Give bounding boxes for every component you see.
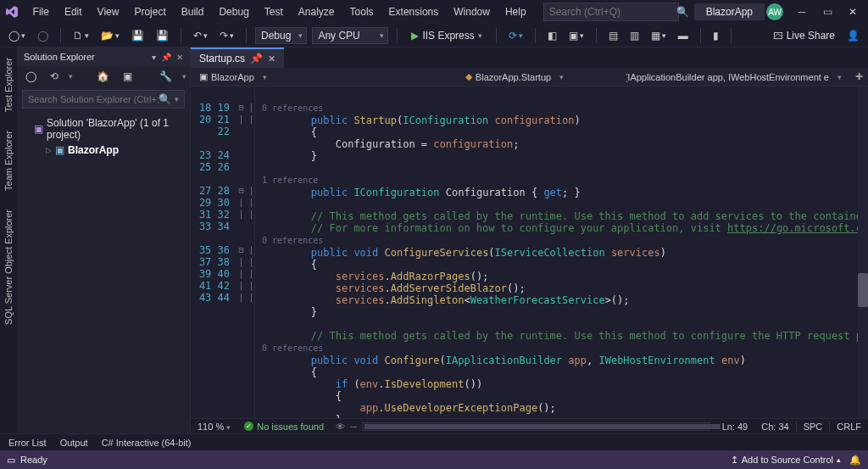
feedback-icon[interactable]: 👤 [843,28,863,43]
menu-build[interactable]: Build [175,3,211,21]
menu-edit[interactable]: Edit [58,3,89,21]
left-gutter: Test Explorer Team Explorer SQL Server O… [0,47,17,433]
tb-icon-4[interactable]: ▥ [626,28,643,43]
tb-icon-2[interactable]: ▣▾ [565,28,587,43]
se-home2-icon[interactable]: 🏠 [93,69,113,84]
menu-analyze[interactable]: Analyze [292,3,342,21]
play-icon: ▶ [411,30,419,42]
document-tab-close-icon[interactable]: ✕ [268,53,275,64]
solution-explorer-search-input[interactable] [28,94,159,104]
account-avatar[interactable]: AW [766,3,783,20]
tb-icon-7[interactable]: ▮ [709,28,722,43]
undo-button[interactable]: ↶▾ [190,28,211,43]
codelens[interactable]: 0 references [262,236,323,245]
menu-project[interactable]: Project [127,3,172,21]
codelens[interactable]: 0 references [262,103,323,113]
column-indicator[interactable]: Ch: 34 [754,422,795,432]
run-target-label: IIS Express [422,30,474,42]
nav-forward-button[interactable]: ◯ [34,28,52,43]
tab-error-list[interactable]: Error List [8,438,47,448]
bottom-tool-tabs: Error List Output C# Interactive (64-bit… [0,433,868,450]
nav-project-label: BlazorApp [211,72,254,82]
redo-button[interactable]: ↷▾ [216,28,237,43]
tb-icon-1[interactable]: ◧ [544,28,560,43]
solution-explorer-search[interactable]: 🔍 ▾ [22,90,185,109]
solution-platform-combo[interactable]: Any CPU [312,27,388,44]
menu-view[interactable]: View [91,3,126,21]
search-icon: 🔍 [159,93,171,105]
nav-member-combo[interactable]: ◇ Configure(IApplicationBuilder app, IWe… [626,68,850,86]
nav-type-combo[interactable]: ◆ BlazorApp.Startup [403,68,626,86]
menu-extensions[interactable]: Extensions [382,3,446,21]
quick-launch-input[interactable] [549,6,676,18]
solution-explorer-title: Solution Explorer ▾ 📌 ✕ [17,47,190,66]
codelens[interactable]: 1 reference [262,176,318,185]
line-indicator[interactable]: Ln: 49 [715,422,755,432]
new-project-button[interactable]: 🗋▾ [70,28,92,43]
browser-link-refresh-icon[interactable]: ⟳▾ [505,28,526,43]
zoom-combo[interactable]: 110 % [191,422,237,432]
quick-launch[interactable]: 🔍 [543,3,679,21]
menu-file[interactable]: File [26,3,56,21]
gutter-sql-explorer[interactable]: SQL Server Object Explorer [2,204,15,330]
se-properties-icon[interactable]: 🔧 [156,69,175,84]
chevron-right-icon[interactable]: ▷ [46,146,52,154]
document-tab-startup[interactable]: Startup.cs 📌 ✕ [191,47,284,68]
scroll-thumb[interactable] [364,424,721,429]
live-share-icon: ⮹ [773,30,783,42]
solution-name-pill: BlazorApp [694,3,765,20]
panel-dropdown-icon[interactable]: ▾ [152,53,156,62]
nav-project-combo[interactable]: ▣ BlazorApp [191,68,403,86]
gutter-test-explorer[interactable]: Test Explorer [2,53,15,117]
fold-gutter: ⊟ | | | ⊟ | | | | | ⊟ | | | | | | | | | [238,87,255,418]
indent-indicator[interactable]: SPC [796,422,830,432]
tab-csharp-interactive[interactable]: C# Interactive (64-bit) [102,438,192,448]
scroll-thumb[interactable] [858,273,868,307]
menu-test[interactable]: Test [258,3,290,21]
split-editor-icon[interactable]: ✚ [850,71,868,82]
start-debugging-button[interactable]: ▶ IIS Express ▾ [406,28,487,43]
tb-icon-3[interactable]: ▤ [605,28,621,43]
window-close-button[interactable]: ✕ [846,6,860,18]
notifications-bell-icon[interactable]: 🔔 [849,455,861,466]
tb-icon-5[interactable]: ▦▾ [648,28,670,43]
gutter-team-explorer[interactable]: Team Explorer [2,126,15,196]
se-home-icon[interactable]: ◯ [22,69,40,84]
solution-explorer-toolbar: ◯ ⟲ ▾ 🏠 ▣ 🔧 ▾ [17,66,190,87]
horizontal-scrollbar[interactable] [362,422,710,431]
se-showall-icon[interactable]: ▣ [120,69,136,84]
error-indicator[interactable]: ✓ No issues found [237,422,331,432]
save-button[interactable]: 💾 [128,28,147,43]
live-share-button[interactable]: ⮹ Live Share [773,30,835,42]
nav-back-button[interactable]: ◯ ▾ [5,28,29,43]
solution-explorer-title-label: Solution Explorer [24,52,95,62]
code-editor[interactable]: 0 references public Startup(IConfigurati… [255,87,858,418]
tb-icon-6[interactable]: ▬ [675,28,692,43]
document-tab-pin-icon[interactable]: 📌 [250,53,263,64]
solution-node[interactable]: ▣ Solution 'BlazorApp' (1 of 1 project) [20,115,186,142]
vertical-scrollbar[interactable] [858,87,868,418]
code-host: 18 19 20 21 22 23 24 25 26 27 28 29 30 3… [191,87,868,418]
source-control-button[interactable]: ↥ Add to Source Control ▴ [731,455,841,466]
menu-help[interactable]: Help [498,3,533,21]
issues-label: No issues found [257,422,324,432]
menu-tools[interactable]: Tools [343,3,381,21]
save-all-button[interactable]: 💾 [153,28,172,43]
se-sync-icon[interactable]: ⟲ [47,69,62,84]
menu-debug[interactable]: Debug [212,3,255,21]
main-area: Test Explorer Team Explorer SQL Server O… [0,47,868,433]
nav-type-label: BlazorApp.Startup [476,72,551,82]
project-node[interactable]: ▷ ▣ BlazorApp [20,142,186,158]
preview-icon[interactable]: 👁 [331,422,350,432]
line-ending-indicator[interactable]: CRLF [829,422,868,432]
solution-config-combo[interactable]: Debug [255,27,307,44]
panel-close-icon[interactable]: ✕ [176,53,183,62]
open-file-button[interactable]: 📂▾ [97,28,123,43]
window-restore-button[interactable]: ▭ [821,6,834,18]
window-minimize-button[interactable]: ─ [795,6,809,18]
csproj-icon: ▣ [199,71,208,82]
codelens[interactable]: 0 references [262,343,323,353]
panel-pin-icon[interactable]: 📌 [161,53,171,62]
menu-window[interactable]: Window [447,3,497,21]
tab-output[interactable]: Output [60,438,88,448]
